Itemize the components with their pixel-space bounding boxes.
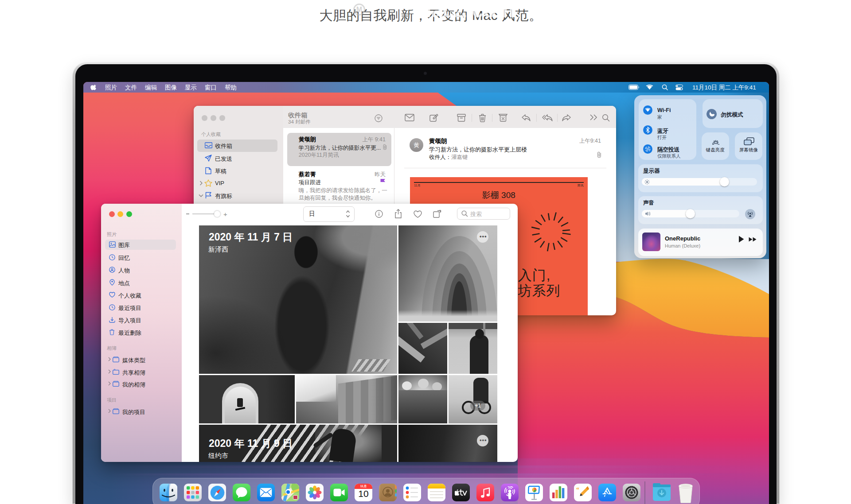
- svg-text:“: “: [576, 486, 579, 493]
